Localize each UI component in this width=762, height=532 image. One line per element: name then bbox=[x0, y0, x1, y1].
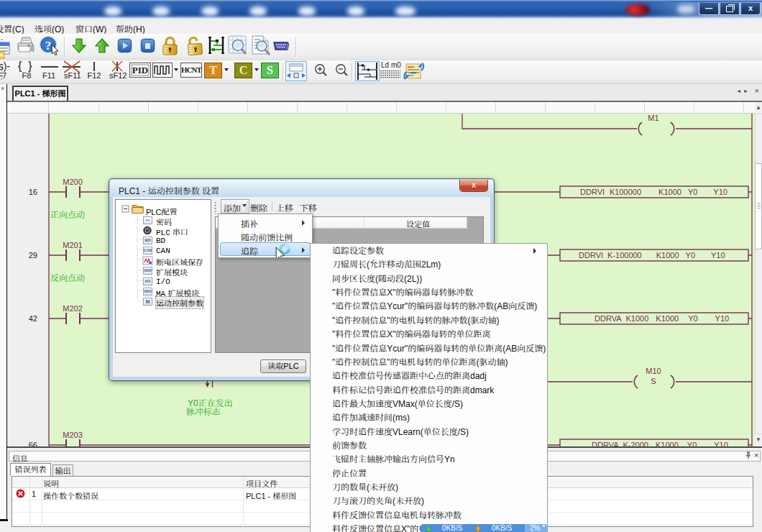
svg-text:?: ? bbox=[45, 39, 52, 52]
